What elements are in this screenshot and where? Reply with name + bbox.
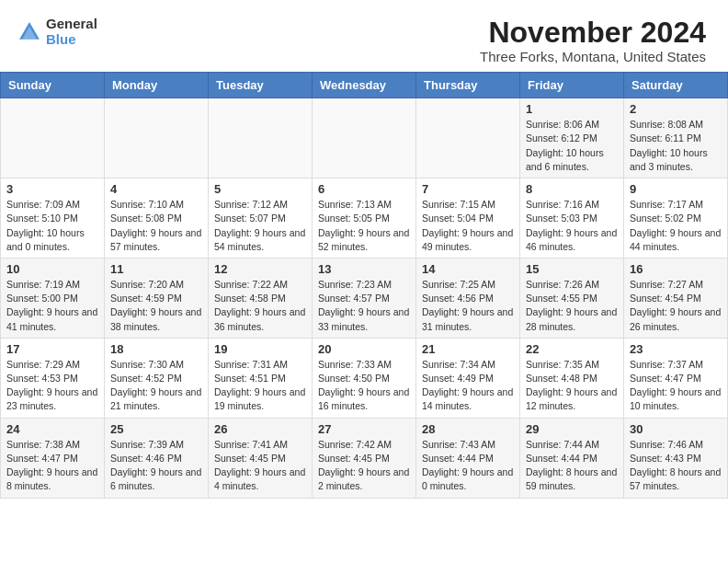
calendar-cell: 1Sunrise: 8:06 AM Sunset: 6:12 PM Daylig… [520,98,624,178]
column-header-friday: Friday [520,73,624,98]
day-info: Sunrise: 7:15 AM Sunset: 5:04 PM Dayligh… [422,198,514,254]
column-header-saturday: Saturday [624,73,728,98]
day-info: Sunrise: 7:44 AM Sunset: 4:44 PM Dayligh… [526,438,618,494]
day-number: 24 [6,422,98,436]
day-number: 21 [422,342,514,356]
day-number: 3 [6,182,98,196]
day-number: 18 [110,342,202,356]
day-info: Sunrise: 7:13 AM Sunset: 5:05 PM Dayligh… [318,198,410,254]
calendar-cell: 22Sunrise: 7:35 AM Sunset: 4:48 PM Dayli… [520,338,624,418]
day-number: 26 [214,422,306,436]
logo-text: General Blue [46,17,97,47]
day-info: Sunrise: 7:42 AM Sunset: 4:45 PM Dayligh… [318,438,410,494]
week-row-5: 24Sunrise: 7:38 AM Sunset: 4:47 PM Dayli… [1,418,728,498]
calendar-cell: 26Sunrise: 7:41 AM Sunset: 4:45 PM Dayli… [209,418,313,498]
calendar-cell [313,98,416,178]
day-info: Sunrise: 7:29 AM Sunset: 4:53 PM Dayligh… [6,358,98,414]
calendar-cell: 29Sunrise: 7:44 AM Sunset: 4:44 PM Dayli… [520,418,624,498]
day-info: Sunrise: 7:20 AM Sunset: 4:59 PM Dayligh… [110,278,202,334]
column-header-sunday: Sunday [1,73,105,98]
day-number: 13 [318,262,410,276]
calendar-cell: 27Sunrise: 7:42 AM Sunset: 4:45 PM Dayli… [313,418,416,498]
calendar-body: 1Sunrise: 8:06 AM Sunset: 6:12 PM Daylig… [1,98,728,498]
logo-general-text: General [46,17,97,32]
page-header: General Blue November 2024 Three Forks, … [0,0,728,72]
day-number: 12 [214,262,306,276]
calendar-cell: 7Sunrise: 7:15 AM Sunset: 5:04 PM Daylig… [416,178,520,259]
day-info: Sunrise: 7:19 AM Sunset: 5:00 PM Dayligh… [6,278,98,334]
calendar-cell: 2Sunrise: 8:08 AM Sunset: 6:11 PM Daylig… [624,98,728,178]
column-header-wednesday: Wednesday [313,73,416,98]
day-info: Sunrise: 7:30 AM Sunset: 4:52 PM Dayligh… [110,358,202,414]
day-number: 19 [214,342,306,356]
day-number: 14 [422,262,514,276]
day-number: 11 [110,262,202,276]
day-number: 16 [630,262,722,276]
calendar-cell: 12Sunrise: 7:22 AM Sunset: 4:58 PM Dayli… [209,258,313,338]
calendar-cell: 23Sunrise: 7:37 AM Sunset: 4:47 PM Dayli… [624,338,728,418]
day-info: Sunrise: 7:43 AM Sunset: 4:44 PM Dayligh… [422,438,514,494]
column-header-monday: Monday [105,73,209,98]
day-info: Sunrise: 7:25 AM Sunset: 4:56 PM Dayligh… [422,278,514,334]
title-block: November 2024 Three Forks, Montana, Unit… [480,17,706,64]
week-row-4: 17Sunrise: 7:29 AM Sunset: 4:53 PM Dayli… [1,338,728,418]
location-text: Three Forks, Montana, United States [480,49,706,64]
calendar-cell: 3Sunrise: 7:09 AM Sunset: 5:10 PM Daylig… [1,178,105,259]
calendar-cell: 17Sunrise: 7:29 AM Sunset: 4:53 PM Dayli… [1,338,105,418]
calendar-cell: 30Sunrise: 7:46 AM Sunset: 4:43 PM Dayli… [624,418,728,498]
day-info: Sunrise: 7:33 AM Sunset: 4:50 PM Dayligh… [318,358,410,414]
calendar-cell: 25Sunrise: 7:39 AM Sunset: 4:46 PM Dayli… [105,418,209,498]
calendar-cell: 10Sunrise: 7:19 AM Sunset: 5:00 PM Dayli… [1,258,105,338]
day-number: 28 [422,422,514,436]
calendar-cell: 4Sunrise: 7:10 AM Sunset: 5:08 PM Daylig… [105,178,209,259]
day-info: Sunrise: 7:37 AM Sunset: 4:47 PM Dayligh… [630,358,722,414]
day-info: Sunrise: 7:38 AM Sunset: 4:47 PM Dayligh… [6,438,98,494]
day-info: Sunrise: 8:06 AM Sunset: 6:12 PM Dayligh… [526,118,618,174]
day-number: 2 [630,102,722,116]
calendar-cell [105,98,209,178]
logo-blue-text: Blue [46,32,97,48]
day-info: Sunrise: 7:46 AM Sunset: 4:43 PM Dayligh… [630,438,722,494]
day-number: 29 [526,422,618,436]
day-number: 17 [6,342,98,356]
week-row-3: 10Sunrise: 7:19 AM Sunset: 5:00 PM Dayli… [1,258,728,338]
calendar-table: SundayMondayTuesdayWednesdayThursdayFrid… [0,72,728,498]
calendar-cell: 21Sunrise: 7:34 AM Sunset: 4:49 PM Dayli… [416,338,520,418]
day-info: Sunrise: 7:35 AM Sunset: 4:48 PM Dayligh… [526,358,618,414]
column-header-tuesday: Tuesday [209,73,313,98]
day-info: Sunrise: 7:17 AM Sunset: 5:02 PM Dayligh… [630,198,722,254]
calendar-cell: 14Sunrise: 7:25 AM Sunset: 4:56 PM Dayli… [416,258,520,338]
day-info: Sunrise: 7:27 AM Sunset: 4:54 PM Dayligh… [630,278,722,334]
calendar-header: SundayMondayTuesdayWednesdayThursdayFrid… [1,73,728,98]
calendar-cell: 8Sunrise: 7:16 AM Sunset: 5:03 PM Daylig… [520,178,624,259]
day-info: Sunrise: 7:16 AM Sunset: 5:03 PM Dayligh… [526,198,618,254]
day-info: Sunrise: 7:26 AM Sunset: 4:55 PM Dayligh… [526,278,618,334]
day-info: Sunrise: 8:08 AM Sunset: 6:11 PM Dayligh… [630,118,722,174]
day-info: Sunrise: 7:39 AM Sunset: 4:46 PM Dayligh… [110,438,202,494]
calendar-cell: 20Sunrise: 7:33 AM Sunset: 4:50 PM Dayli… [313,338,416,418]
logo: General Blue [17,17,97,47]
calendar-cell: 13Sunrise: 7:23 AM Sunset: 4:57 PM Dayli… [313,258,416,338]
day-number: 27 [318,422,410,436]
month-year-heading: November 2024 [480,17,706,49]
day-number: 9 [630,182,722,196]
day-number: 1 [526,102,618,116]
day-number: 6 [318,182,410,196]
day-number: 22 [526,342,618,356]
day-info: Sunrise: 7:34 AM Sunset: 4:49 PM Dayligh… [422,358,514,414]
week-row-2: 3Sunrise: 7:09 AM Sunset: 5:10 PM Daylig… [1,178,728,259]
calendar-cell: 24Sunrise: 7:38 AM Sunset: 4:47 PM Dayli… [1,418,105,498]
day-number: 23 [630,342,722,356]
calendar-cell: 15Sunrise: 7:26 AM Sunset: 4:55 PM Dayli… [520,258,624,338]
calendar-cell: 19Sunrise: 7:31 AM Sunset: 4:51 PM Dayli… [209,338,313,418]
day-number: 15 [526,262,618,276]
day-info: Sunrise: 7:41 AM Sunset: 4:45 PM Dayligh… [214,438,306,494]
day-info: Sunrise: 7:12 AM Sunset: 5:07 PM Dayligh… [214,198,306,254]
day-number: 8 [526,182,618,196]
day-info: Sunrise: 7:31 AM Sunset: 4:51 PM Dayligh… [214,358,306,414]
calendar-cell [416,98,520,178]
day-info: Sunrise: 7:22 AM Sunset: 4:58 PM Dayligh… [214,278,306,334]
calendar-cell: 6Sunrise: 7:13 AM Sunset: 5:05 PM Daylig… [313,178,416,259]
column-header-thursday: Thursday [416,73,520,98]
day-info: Sunrise: 7:10 AM Sunset: 5:08 PM Dayligh… [110,198,202,254]
